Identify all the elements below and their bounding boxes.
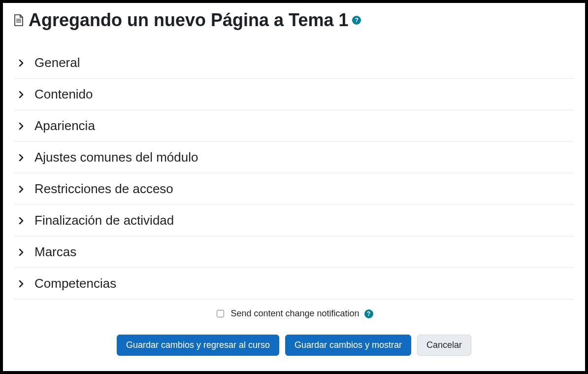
notify-checkbox[interactable] [217,310,224,317]
chevron-right-icon [18,60,25,67]
section-restricciones[interactable]: Restricciones de acceso [14,173,574,205]
section-label: Apariencia [34,118,95,134]
page-title-text: Agregando un nuevo Página a Tema 1 [29,10,348,31]
chevron-right-icon [18,154,25,161]
cancel-button[interactable]: Cancelar [417,335,471,356]
chevron-right-icon [18,249,25,256]
section-apariencia[interactable]: Apariencia [14,110,574,142]
chevron-right-icon [18,123,25,130]
notify-row: Send content change notification ? [14,300,574,333]
help-icon[interactable]: ? [364,309,373,318]
section-label: Ajustes comunes del módulo [34,150,198,165]
save-return-button[interactable]: Guardar cambios y regresar al curso [117,335,279,356]
actions-bar: Guardar cambios y regresar al curso Guar… [14,333,574,356]
section-label: Finalización de actividad [34,213,174,228]
chevron-right-icon [18,91,25,98]
section-finalizacion[interactable]: Finalización de actividad [14,205,574,237]
section-general[interactable]: General [14,47,574,79]
page-title: Agregando un nuevo Página a Tema 1 ? [14,10,574,31]
chevron-right-icon [18,186,25,193]
section-ajustes-comunes[interactable]: Ajustes comunes del módulo [14,142,574,173]
chevron-right-icon [18,280,25,287]
section-label: Contenido [34,87,93,102]
section-contenido[interactable]: Contenido [14,79,574,110]
section-label: Competencias [34,276,116,291]
section-marcas[interactable]: Marcas [14,237,574,268]
section-label: Marcas [34,244,76,260]
chevron-right-icon [18,217,25,224]
section-label: General [34,55,80,70]
page-icon [14,14,24,26]
help-icon[interactable]: ? [352,16,361,25]
section-competencias[interactable]: Competencias [14,268,574,300]
save-display-button[interactable]: Guardar cambios y mostrar [285,335,411,356]
section-label: Restricciones de acceso [34,181,173,197]
sections-list: General Contenido Apariencia Ajustes com… [14,47,574,300]
notify-label: Send content change notification [230,308,359,319]
